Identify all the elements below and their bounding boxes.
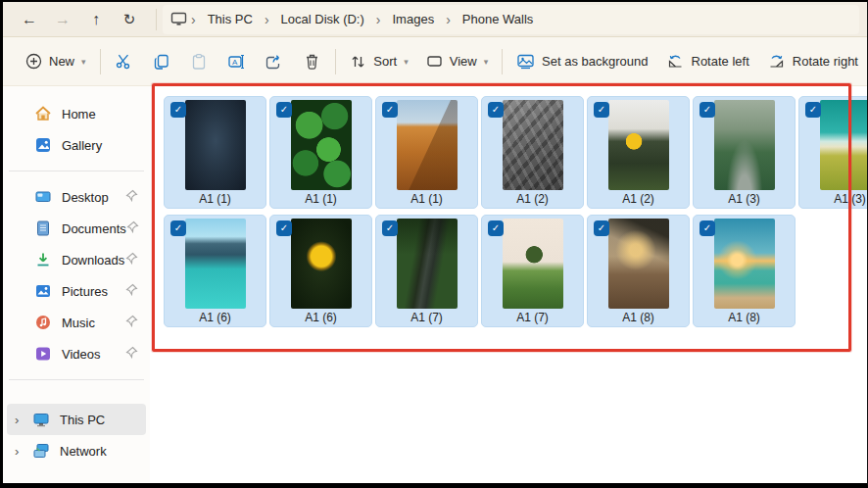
sidebar-item-gallery[interactable]: Gallery	[7, 129, 146, 161]
new-button-label: New	[49, 54, 74, 69]
file-tile[interactable]: ✓ A1 (3)	[798, 96, 867, 209]
checkbox-checked-icon[interactable]: ✓	[170, 220, 186, 236]
checkbox-checked-icon[interactable]: ✓	[276, 220, 292, 236]
file-thumbnail	[291, 100, 352, 190]
sidebar-item-label: Documents	[62, 221, 126, 236]
view-layout-icon	[426, 54, 443, 69]
svg-text:A: A	[232, 58, 238, 67]
breadcrumb-images[interactable]: Images	[385, 9, 443, 29]
file-tile[interactable]: ✓ A1 (8)	[587, 215, 690, 327]
monitor-icon	[170, 12, 187, 26]
file-thumbnail	[397, 100, 458, 190]
sort-button[interactable]: Sort ▾	[341, 48, 416, 75]
file-name: A1 (3)	[694, 192, 795, 206]
checkbox-checked-icon[interactable]: ✓	[699, 102, 715, 118]
file-thumbnail	[503, 219, 563, 309]
forward-icon: →	[46, 6, 79, 33]
file-name: A1 (7)	[376, 311, 477, 324]
rotate-right-label: Rotate right	[793, 54, 858, 69]
file-name: A1 (3)	[799, 192, 867, 206]
checkbox-checked-icon[interactable]: ✓	[594, 220, 609, 236]
checkbox-checked-icon[interactable]: ✓	[488, 102, 504, 118]
divider	[9, 171, 144, 171]
checkbox-checked-icon[interactable]: ✓	[382, 220, 398, 236]
rename-button[interactable]: A	[217, 45, 255, 78]
checkbox-checked-icon[interactable]: ✓	[699, 220, 715, 236]
copy-icon	[153, 53, 170, 71]
file-tile[interactable]: ✓ A1 (1)	[269, 96, 372, 209]
sidebar-item-label: Videos	[62, 347, 101, 362]
file-thumbnail	[820, 100, 868, 190]
sidebar-item-label: Desktop	[62, 190, 109, 205]
sidebar-item-network[interactable]: › Network	[7, 435, 146, 466]
file-name: A1 (1)	[270, 192, 371, 206]
file-tile[interactable]: ✓ A1 (1)	[164, 96, 266, 209]
main-area: Home Gallery Desktop	[3, 86, 867, 482]
this-pc-icon	[32, 411, 50, 428]
file-tile[interactable]: ✓ A1 (3)	[693, 96, 796, 209]
sidebar-item-videos[interactable]: Videos	[7, 338, 146, 369]
sidebar-item-this-pc[interactable]: › This PC	[7, 404, 146, 435]
checkbox-checked-icon[interactable]: ✓	[805, 102, 821, 118]
delete-button[interactable]	[293, 45, 330, 78]
file-thumbnail	[608, 219, 669, 309]
set-as-background-button[interactable]: Set as background	[507, 47, 656, 75]
sidebar-item-pictures[interactable]: Pictures	[7, 275, 146, 307]
rotate-left-button[interactable]: Rotate left	[657, 47, 758, 75]
file-tile[interactable]: ✓ A1 (6)	[164, 215, 266, 327]
cut-button[interactable]	[105, 45, 142, 78]
checkbox-checked-icon[interactable]: ✓	[488, 220, 504, 236]
new-button[interactable]: New ▾	[17, 47, 95, 75]
breadcrumb-local-disk-d[interactable]: Local Disk (D:)	[273, 9, 372, 29]
chevron-right-icon: ›	[444, 12, 453, 27]
file-tile[interactable]: ✓ A1 (8)	[693, 215, 796, 327]
file-grid-area[interactable]: ✓ A1 (1) ✓ A1 (1) ✓ A1 (1) ✓ A1 (2)	[150, 86, 867, 482]
rotate-right-icon	[767, 53, 786, 70]
file-name: A1 (2)	[482, 192, 583, 206]
chevron-right-icon: ›	[263, 12, 271, 27]
sidebar-item-downloads[interactable]: Downloads	[7, 244, 146, 275]
sidebar-item-music[interactable]: Music	[7, 307, 146, 338]
up-icon[interactable]: ↑	[79, 6, 113, 33]
breadcrumb[interactable]: › This PC › Local Disk (D:) › Images › P…	[163, 5, 859, 34]
file-tile[interactable]: ✓ A1 (7)	[481, 215, 584, 327]
sort-button-label: Sort	[373, 54, 397, 69]
file-tile[interactable]: ✓ A1 (2)	[587, 96, 690, 209]
file-tile[interactable]: ✓ A1 (1)	[375, 96, 478, 209]
chevron-right-icon: ›	[374, 12, 383, 27]
sidebar-item-label: Pictures	[62, 284, 108, 299]
checkbox-checked-icon[interactable]: ✓	[382, 102, 398, 118]
sidebar-item-documents[interactable]: Documents	[7, 213, 146, 244]
divider	[100, 49, 101, 74]
divider	[502, 49, 503, 74]
checkbox-checked-icon[interactable]: ✓	[594, 102, 609, 118]
music-icon	[34, 314, 52, 331]
document-icon	[34, 220, 52, 237]
file-tile[interactable]: ✓ A1 (7)	[375, 215, 478, 327]
back-icon[interactable]: ←	[13, 6, 46, 33]
rename-icon: A	[227, 53, 246, 71]
view-button[interactable]: View ▾	[417, 48, 497, 74]
copy-button[interactable]	[143, 45, 180, 78]
file-explorer-window: ← → ↑ ↻ › This PC › Local Disk (D:) › Im…	[0, 0, 868, 488]
videos-icon	[34, 345, 52, 363]
checkbox-checked-icon[interactable]: ✓	[170, 102, 186, 118]
navigation-bar: ← → ↑ ↻ › This PC › Local Disk (D:) › Im…	[3, 2, 867, 37]
scissors-icon	[115, 52, 133, 71]
file-tile[interactable]: ✓ A1 (2)	[481, 96, 584, 209]
refresh-icon[interactable]: ↻	[113, 6, 146, 33]
rotate-right-button[interactable]: Rotate right	[758, 47, 867, 75]
download-icon	[34, 251, 52, 268]
sidebar-item-desktop[interactable]: Desktop	[7, 181, 146, 213]
sidebar-item-home[interactable]: Home	[7, 98, 146, 129]
chevron-right-icon[interactable]: ›	[15, 444, 30, 459]
share-button[interactable]	[256, 45, 293, 78]
chevron-right-icon[interactable]: ›	[15, 413, 30, 427]
file-tile[interactable]: ✓ A1 (6)	[269, 215, 372, 327]
breadcrumb-phone-walls[interactable]: Phone Walls	[455, 9, 542, 29]
checkbox-checked-icon[interactable]: ✓	[276, 102, 292, 118]
breadcrumb-this-pc[interactable]: This PC	[200, 9, 261, 29]
file-thumbnail	[714, 219, 775, 309]
sidebar-item-label: Downloads	[62, 253, 124, 268]
sidebar-item-label: Music	[62, 316, 95, 330]
